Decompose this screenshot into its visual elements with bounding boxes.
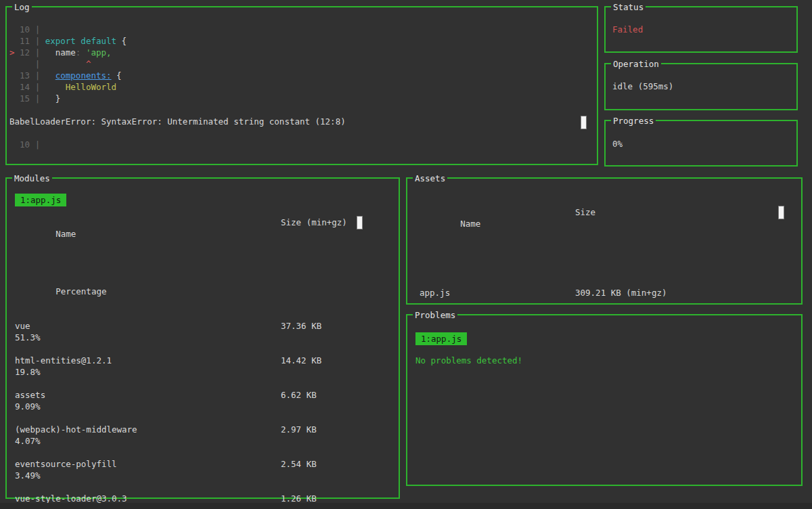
module-name: vue-style-loader@3.0.3 [15,493,127,504]
assets-panel: Assets Name Size app.js309.21 KB (min+gz… [406,177,803,305]
module-percentage: 4.07% [15,436,41,446]
problems-tab-app-js[interactable]: 1:app.js [415,332,467,345]
modules-table-body: vue37.36 KB51.3%html-entities@1.2.114.42… [15,320,399,509]
log-line: BabelLoaderError: SyntaxError: Untermina… [9,116,597,127]
log-line: > 12 | name: 'app, [9,47,597,58]
module-name: vue [15,321,30,331]
asset-size: 309.21 KB (min+gz) [575,287,667,298]
log-line [9,127,597,139]
log-panel: Log 10 | 11 | export default {> 12 | nam… [5,6,598,165]
module-percentage: 19.8% [15,367,41,377]
assets-header-name: Name [460,219,480,229]
problems-panel: Problems 1:app.js No problems detected! [406,314,803,486]
module-name: eventsource-polyfill [15,459,117,469]
progress-value: 0% [612,138,796,150]
operation-value: idle (595ms) [612,81,796,92]
status-value: Failed [612,24,796,35]
log-line [9,104,597,116]
progress-panel: Progress 0% [604,120,798,167]
module-name: (webpack)-hot-middleware [15,424,137,435]
assets-table-header: Name Size [420,206,801,264]
module-size: 2.54 KB [281,458,317,470]
modules-panel: Modules 1:app.js Name Size (min+gz) Perc… [5,177,400,499]
log-line: 13 | components: { [9,70,597,81]
module-percentage: 9.09% [15,401,41,412]
module-row: assets6.62 KB9.09% [15,389,399,412]
modules-table-header: Name Size (min+gz) Percentage [15,217,399,309]
log-scrollbar-thumb[interactable] [581,116,587,129]
modules-header-size: Size (min+gz) [281,217,347,228]
module-percentage: 3.49% [15,470,41,481]
log-line: | ^ [9,58,597,70]
assets-table-body: app.js309.21 KB (min+gz) [420,287,801,298]
module-size: 6.62 KB [281,389,317,401]
module-row: eventsource-polyfill2.54 KB3.49% [15,458,399,481]
log-line: 10 | [9,24,597,35]
modules-header-percentage: Percentage [55,286,106,296]
log-content: 10 | 11 | export default {> 12 | name: '… [7,7,597,164]
module-name: html-entities@1.2.1 [15,355,112,366]
modules-scrollbar-thumb[interactable] [357,216,363,229]
module-row: html-entities@1.2.114.42 KB19.8% [15,355,399,378]
log-line: 10 | [9,139,597,150]
log-line: 14 | HelloWorld [9,81,597,93]
operation-panel: Operation idle (595ms) [604,63,798,110]
module-row: (webpack)-hot-middleware2.97 KB4.07% [15,424,399,447]
module-name: assets [15,390,45,400]
assets-header-size: Size [575,206,595,218]
module-row: vue37.36 KB51.3% [15,320,399,343]
asset-row: app.js309.21 KB (min+gz) [420,287,801,298]
status-panel: Status Failed [604,6,798,53]
problems-message: No problems detected! [415,355,801,366]
modules-header-name: Name [55,229,76,239]
module-size: 37.36 KB [281,320,321,332]
module-size: 2.97 KB [281,424,317,435]
assets-scrollbar-thumb[interactable] [778,206,784,219]
module-percentage: 51.3% [15,332,41,342]
module-size: 14.42 KB [281,355,321,366]
log-line: 15 | } [9,93,597,104]
asset-name: app.js [420,288,450,298]
log-line: 11 | export default { [9,35,597,47]
modules-tab-app-js[interactable]: 1:app.js [15,194,66,206]
terminal-bottom-strip [0,503,812,509]
